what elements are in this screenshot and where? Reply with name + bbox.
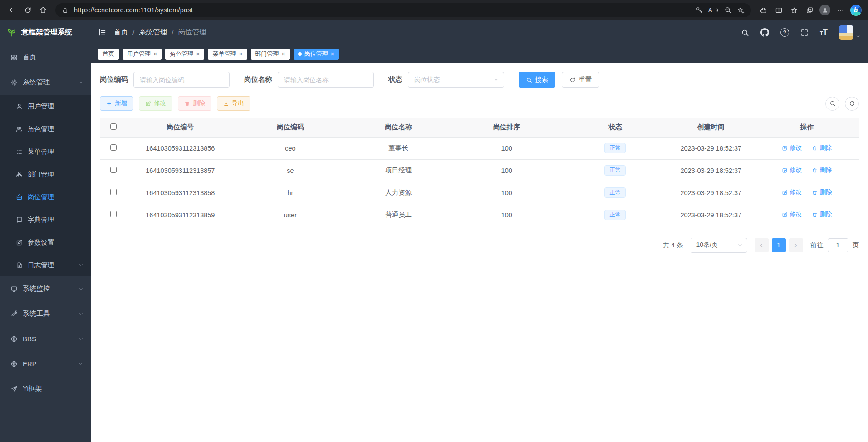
- table-row: 1641030593112313856 ceo 董事长 100 正常 2023-…: [100, 137, 859, 159]
- col-header-created: 创建时间: [667, 118, 755, 137]
- row-delete-link[interactable]: 删除: [812, 166, 832, 174]
- user-avatar[interactable]: [839, 25, 861, 40]
- row-edit-link[interactable]: 修改: [782, 188, 802, 196]
- sidebar-item-post-management[interactable]: 岗位管理: [0, 186, 91, 208]
- reset-button[interactable]: 重置: [562, 72, 599, 88]
- status-select[interactable]: 岗位状态: [408, 72, 504, 88]
- post-table: 岗位编号 岗位编码 岗位名称 岗位排序 状态 创建时间 操作 164103059…: [100, 118, 859, 226]
- sidebar-item-log-management[interactable]: 日志管理: [0, 254, 91, 276]
- system-management-submenu: 用户管理 角色管理 菜单管理 部门管理 岗位管理: [0, 95, 91, 276]
- sidebar-item-param-settings[interactable]: 参数设置: [0, 231, 91, 254]
- select-all-checkbox[interactable]: [110, 123, 117, 130]
- tab-post-management[interactable]: 岗位管理 ×: [294, 49, 339, 60]
- fullscreen-icon[interactable]: [800, 29, 809, 37]
- sidebar-item-yi-framework[interactable]: Yi框架: [0, 376, 91, 401]
- url-text[interactable]: https://ccnetcore.com:1101/system/post: [74, 6, 690, 14]
- toggle-search-icon[interactable]: [825, 97, 839, 111]
- table-row: 1641030593112313857 se 项目经理 100 正常 2023-…: [100, 159, 859, 182]
- sidebar-item-bbs[interactable]: BBS: [0, 326, 91, 351]
- collections-icon[interactable]: [802, 2, 817, 18]
- browser-menu-icon[interactable]: [833, 2, 848, 18]
- browser-refresh-button[interactable]: [20, 2, 35, 18]
- favorite-add-icon[interactable]: [737, 6, 745, 14]
- row-checkbox[interactable]: [110, 189, 117, 195]
- delete-button[interactable]: 删除: [178, 96, 211, 111]
- row-delete-link[interactable]: 删除: [812, 188, 832, 196]
- col-header-post-sort: 岗位排序: [450, 118, 564, 137]
- chevron-down-icon: [737, 242, 743, 248]
- site-info-lock-icon[interactable]: [62, 7, 69, 14]
- edit-button[interactable]: 修改: [139, 96, 172, 111]
- breadcrumb-system-management[interactable]: 系统管理: [139, 28, 167, 37]
- extensions-icon[interactable]: [755, 2, 771, 18]
- app-logo[interactable]: 意框架管理系统: [0, 20, 91, 45]
- close-icon[interactable]: ×: [239, 51, 242, 57]
- close-icon[interactable]: ×: [331, 51, 334, 57]
- close-icon[interactable]: ×: [196, 51, 200, 57]
- row-checkbox[interactable]: [110, 144, 117, 151]
- help-icon[interactable]: ?: [780, 28, 789, 37]
- prev-page-button[interactable]: ‹: [755, 238, 769, 252]
- tab-home[interactable]: 首页: [98, 49, 119, 60]
- favorites-icon[interactable]: [786, 2, 802, 18]
- sidebar-item-user-management[interactable]: 用户管理: [0, 95, 91, 118]
- close-icon[interactable]: ×: [282, 51, 285, 57]
- search-button[interactable]: 搜索: [519, 72, 555, 88]
- row-edit-link[interactable]: 修改: [782, 211, 802, 219]
- close-icon[interactable]: ×: [153, 51, 157, 57]
- row-checkbox[interactable]: [110, 211, 117, 217]
- sidebar-item-system-management[interactable]: 系统管理: [0, 70, 91, 95]
- add-button[interactable]: 新增: [100, 96, 133, 111]
- dashboard-icon: [10, 54, 18, 61]
- sidebar-item-system-tools[interactable]: 系统工具: [0, 301, 91, 326]
- status-badge: 正常: [604, 165, 626, 176]
- font-size-icon[interactable]: TT: [820, 28, 828, 37]
- post-name-input[interactable]: [278, 72, 374, 88]
- chevron-down-icon: [78, 311, 83, 317]
- split-screen-icon[interactable]: [771, 2, 786, 18]
- cell-post-id: 1641030593112313859: [127, 204, 233, 226]
- breadcrumb-home[interactable]: 首页: [114, 28, 128, 37]
- export-button[interactable]: 导出: [217, 96, 250, 111]
- sidebar-item-dict-management[interactable]: 字典管理: [0, 208, 91, 231]
- browser-profile-avatar[interactable]: [817, 2, 833, 18]
- row-delete-link[interactable]: 删除: [812, 211, 832, 219]
- refresh-table-icon[interactable]: [845, 97, 859, 111]
- browser-back-button[interactable]: [5, 2, 20, 18]
- row-checkbox[interactable]: [110, 167, 117, 173]
- github-icon[interactable]: [760, 28, 769, 37]
- page-number-button[interactable]: 1: [772, 238, 786, 252]
- row-edit-link[interactable]: 修改: [782, 144, 802, 152]
- header-search-icon[interactable]: [741, 29, 749, 37]
- post-code-input[interactable]: [133, 72, 230, 88]
- edit-icon: [782, 167, 788, 173]
- row-delete-link[interactable]: 删除: [812, 144, 832, 152]
- zoom-icon[interactable]: [724, 6, 731, 14]
- password-key-icon[interactable]: [696, 6, 703, 14]
- tab-dept-management[interactable]: 部门管理 ×: [251, 49, 290, 60]
- goto-label: 前往: [810, 241, 824, 250]
- address-bar[interactable]: https://ccnetcore.com:1101/system/post A: [55, 3, 751, 17]
- sidebar-item-home[interactable]: 首页: [0, 45, 91, 70]
- chevron-down-icon: [78, 361, 83, 367]
- page-size-select[interactable]: 10条/页: [691, 238, 747, 253]
- next-page-button[interactable]: ›: [789, 238, 803, 252]
- sidebar-item-dept-management[interactable]: 部门管理: [0, 163, 91, 186]
- sidebar-item-erp[interactable]: ERP: [0, 351, 91, 376]
- col-header-actions: 操作: [755, 118, 859, 137]
- bing-copilot-icon[interactable]: b: [848, 2, 863, 18]
- sidebar-toggle-icon[interactable]: [98, 28, 107, 37]
- browser-home-button[interactable]: [35, 2, 51, 18]
- cell-post-name: 董事长: [347, 137, 450, 159]
- goto-page-input[interactable]: [828, 238, 848, 252]
- read-aloud-icon[interactable]: A: [708, 7, 719, 13]
- tab-menu-management[interactable]: 菜单管理 ×: [208, 49, 247, 60]
- sidebar-item-label: 菜单管理: [28, 147, 54, 156]
- sidebar-item-label: Yi框架: [23, 384, 42, 393]
- sidebar-item-menu-management[interactable]: 菜单管理: [0, 140, 91, 163]
- sidebar-item-role-management[interactable]: 角色管理: [0, 118, 91, 140]
- tab-user-management[interactable]: 用户管理 ×: [123, 49, 162, 60]
- row-edit-link[interactable]: 修改: [782, 166, 802, 174]
- tab-role-management[interactable]: 角色管理 ×: [165, 49, 204, 60]
- sidebar-item-system-monitor[interactable]: 系统监控: [0, 276, 91, 301]
